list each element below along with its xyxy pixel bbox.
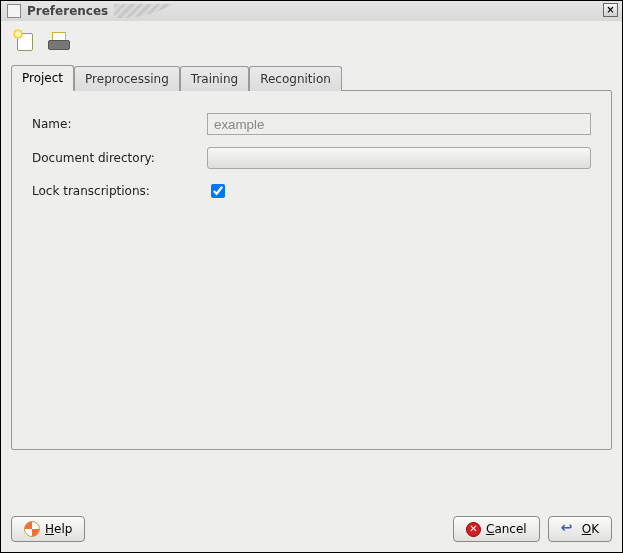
tab-page-project: Name: Document directory: Lock transcrip… [11,90,612,450]
toolbar-print-button[interactable] [47,29,71,53]
titlebar-decoration [114,4,174,18]
lock-transcriptions-checkbox[interactable] [211,184,225,198]
toolbar-new-button[interactable] [13,29,37,53]
button-bar: Help ✕ Cancel OK [11,516,612,542]
tab-recognition[interactable]: Recognition [249,66,342,91]
ok-enter-icon [561,522,577,536]
cancel-button[interactable]: ✕ Cancel [453,516,540,542]
tab-label: Preprocessing [85,72,169,86]
help-button-label: Help [45,522,72,536]
window-close-button[interactable]: × [603,3,618,17]
cancel-icon: ✕ [466,522,481,537]
tab-project[interactable]: Project [11,65,74,91]
window-title: Preferences [27,4,108,18]
row-name: Name: [32,113,591,135]
window-titlebar[interactable]: Preferences × [1,1,622,22]
tab-label: Training [191,72,238,86]
help-button[interactable]: Help [11,516,85,542]
name-label: Name: [32,117,207,131]
toolbar [1,21,622,59]
printer-icon [48,32,70,50]
name-field[interactable] [207,113,591,135]
tabs-container: Project Preprocessing Training Recogniti… [11,65,612,450]
help-icon [24,521,40,537]
window-system-menu-icon[interactable] [7,4,21,18]
window-client-area: Project Preprocessing Training Recogniti… [1,21,622,552]
tabstrip: Project Preprocessing Training Recogniti… [11,65,612,90]
preferences-window: Preferences × Project Preprocessing Trai… [0,0,623,553]
row-lock: Lock transcriptions: [32,181,591,201]
tab-label: Recognition [260,72,331,86]
docdir-label: Document directory: [32,151,207,165]
tab-preprocessing[interactable]: Preprocessing [74,66,180,91]
lock-label: Lock transcriptions: [32,184,207,198]
row-docdir: Document directory: [32,147,591,169]
cancel-button-label: Cancel [486,522,527,536]
docdir-field[interactable] [207,147,591,169]
new-document-icon [15,31,35,51]
tab-label: Project [22,71,63,85]
ok-button[interactable]: OK [548,516,612,542]
tab-training[interactable]: Training [180,66,249,91]
ok-button-label: OK [582,522,599,536]
